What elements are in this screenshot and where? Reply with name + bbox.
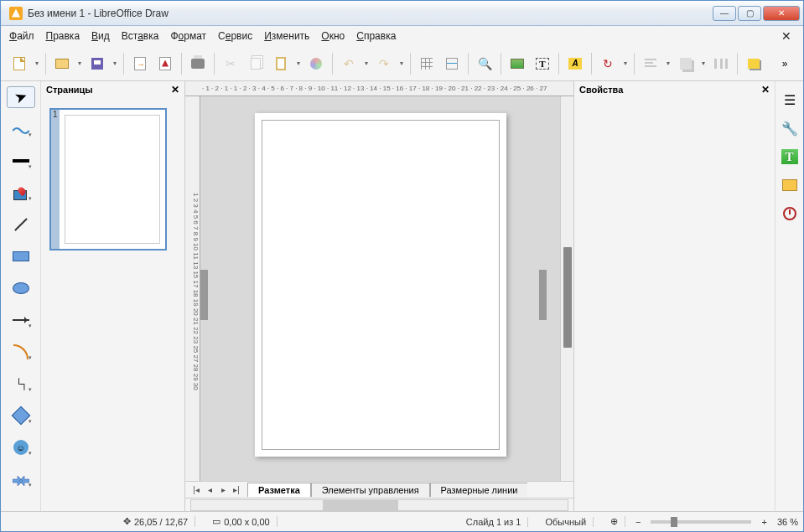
menu-help[interactable]: Справка	[356, 30, 396, 42]
paste-button[interactable]	[269, 52, 293, 75]
pages-panel-close[interactable]: ✕	[171, 84, 179, 96]
symbol-shapes-tool[interactable]: ☺▾	[7, 436, 35, 458]
standard-toolbar: ▾ ▾ ▾ ✂ ▾ ↶ ▾ ↷ ▾ 🔍 T A ↻ ▾ ▾ ▾ »	[1, 46, 803, 81]
basic-shapes-tool[interactable]: ▾	[7, 405, 35, 426]
fontwork-button[interactable]: A	[563, 52, 587, 75]
rotate-button[interactable]: ↻	[596, 52, 620, 75]
collapse-right-handle[interactable]	[539, 270, 547, 320]
properties-panel-title: Свойства	[579, 85, 623, 95]
menu-file[interactable]: ФФайлайл	[9, 30, 34, 42]
shadow-button[interactable]	[742, 52, 765, 75]
print-button[interactable]	[186, 52, 210, 75]
open-button[interactable]	[50, 52, 74, 75]
pages-panel: Страницы ✕ 1	[41, 81, 185, 511]
tab-controls[interactable]: Элементы управления	[311, 483, 430, 497]
distribute-button[interactable]	[709, 52, 733, 75]
line-color-tool[interactable]: ▾	[7, 118, 35, 140]
drawing-toolbar: ➤ ▾ ▾ ▾ ▾ ▾ └┐▾ ▾ ☺▾ ▾	[1, 81, 41, 511]
export-pdf-button[interactable]	[153, 52, 177, 75]
arrange-button[interactable]	[674, 52, 698, 75]
align-dropdown[interactable]: ▾	[664, 59, 672, 67]
menu-view[interactable]: Вид	[91, 30, 110, 42]
tab-dimlines[interactable]: Размерные линии	[430, 483, 528, 497]
horizontal-scrollbar[interactable]	[190, 499, 568, 511]
export-button[interactable]	[128, 52, 152, 75]
connector-tool[interactable]: └┐▾	[7, 373, 35, 395]
zoom-value[interactable]: 36 %	[777, 517, 798, 527]
block-arrows-tool[interactable]: ▾	[7, 468, 35, 490]
canvas-area: · 1 · 2 · 1 · 1 · 2 · 3 · 4 · 5 · 6 · 7 …	[185, 81, 573, 511]
menu-insert[interactable]: Вставка	[122, 30, 159, 42]
status-slide: Слайд 1 из 1	[459, 517, 529, 527]
close-document-button[interactable]: ✕	[778, 29, 795, 43]
curve-tool[interactable]: ▾	[7, 341, 35, 363]
menu-modify[interactable]: Изменить	[264, 30, 309, 42]
ellipse-tool[interactable]	[7, 277, 35, 299]
properties-panel: Свойства ✕	[573, 81, 775, 511]
zoom-in-button[interactable]: +	[761, 517, 766, 527]
zoom-button[interactable]: 🔍	[473, 52, 496, 75]
menubar: ФФайлайл Правка Вид Вставка Формат Серви…	[1, 26, 803, 46]
sidebar-gallery-button[interactable]	[780, 175, 800, 195]
save-button[interactable]	[86, 52, 109, 75]
clone-format-button[interactable]	[304, 52, 328, 75]
open-dropdown[interactable]: ▾	[75, 59, 84, 67]
rotate-dropdown[interactable]: ▾	[621, 59, 630, 67]
redo-dropdown[interactable]: ▾	[397, 59, 406, 67]
drawing-canvas[interactable]	[200, 96, 560, 481]
vertical-scrollbar[interactable]	[560, 96, 573, 481]
prev-page-button[interactable]: ◂	[204, 485, 215, 494]
insert-image-button[interactable]	[506, 52, 529, 75]
page-thumbnail[interactable]: 1	[49, 108, 167, 251]
arrange-dropdown[interactable]: ▾	[699, 59, 708, 67]
menu-tools[interactable]: Сервис	[218, 30, 252, 42]
menu-format[interactable]: Формат	[170, 30, 206, 42]
new-dropdown[interactable]: ▾	[33, 59, 41, 67]
save-dropdown[interactable]: ▾	[111, 59, 119, 67]
menu-edit[interactable]: Правка	[46, 30, 80, 42]
statusbar: ✥26,05 / 12,67 ▭0,00 x 0,00 Слайд 1 из 1…	[1, 511, 803, 531]
fill-color-tool[interactable]: ▾	[7, 182, 35, 204]
vertical-ruler[interactable]: 1 2 3 4 5 6 7 8 9 10 11 13 15 17 18 19 2…	[185, 96, 200, 481]
status-style[interactable]: Обычный	[538, 517, 594, 527]
rectangle-tool[interactable]	[7, 245, 35, 267]
line-style-tool[interactable]: ▾	[7, 150, 35, 172]
properties-panel-close[interactable]: ✕	[761, 84, 770, 96]
helplines-button[interactable]	[440, 52, 464, 75]
sidebar-settings-button[interactable]: ☰	[780, 90, 800, 110]
fit-page-button[interactable]: ⊕	[604, 516, 625, 527]
insert-textbox-button[interactable]: T	[531, 52, 554, 75]
line-tool[interactable]	[7, 214, 35, 235]
sidebar-styles-button[interactable]: T	[780, 147, 800, 167]
last-page-button[interactable]: ▸|	[231, 485, 242, 494]
grid-button[interactable]	[415, 52, 438, 75]
minimize-button[interactable]: —	[713, 6, 736, 21]
copy-button[interactable]	[244, 52, 267, 75]
redo-button[interactable]: ↷	[372, 52, 396, 75]
cut-button[interactable]: ✂	[219, 52, 242, 75]
sidebar-properties-button[interactable]: 🔧	[780, 118, 800, 138]
close-window-button[interactable]: ✕	[763, 6, 800, 21]
maximize-button[interactable]: ▢	[738, 6, 761, 21]
new-button[interactable]	[8, 52, 31, 75]
horizontal-ruler[interactable]: · 1 · 2 · 1 · 1 · 2 · 3 · 4 · 5 · 6 · 7 …	[185, 81, 573, 96]
zoom-slider[interactable]	[651, 520, 751, 524]
next-page-button[interactable]: ▸	[217, 485, 229, 494]
collapse-left-handle[interactable]	[200, 270, 208, 320]
menu-window[interactable]: Окно	[321, 30, 345, 42]
first-page-button[interactable]: |◂	[190, 485, 202, 494]
undo-dropdown[interactable]: ▾	[362, 59, 371, 67]
arrow-line-tool[interactable]: ▾	[7, 309, 35, 331]
page[interactable]	[255, 113, 506, 457]
sidebar-navigator-button[interactable]	[780, 204, 800, 224]
zoom-out-button[interactable]: −	[635, 517, 641, 527]
paste-dropdown[interactable]: ▾	[294, 59, 303, 67]
undo-button[interactable]: ↶	[337, 52, 361, 75]
align-button[interactable]	[639, 52, 662, 75]
tab-layout[interactable]: Разметка	[247, 483, 311, 497]
select-tool[interactable]: ➤	[7, 86, 35, 108]
window-title: Без имени 1 - LibreOffice Draw	[28, 8, 713, 19]
toolbar-overflow[interactable]: »	[773, 52, 796, 75]
status-coords: ✥26,05 / 12,67	[117, 516, 195, 527]
window-titlebar: Без имени 1 - LibreOffice Draw — ▢ ✕	[1, 1, 803, 26]
